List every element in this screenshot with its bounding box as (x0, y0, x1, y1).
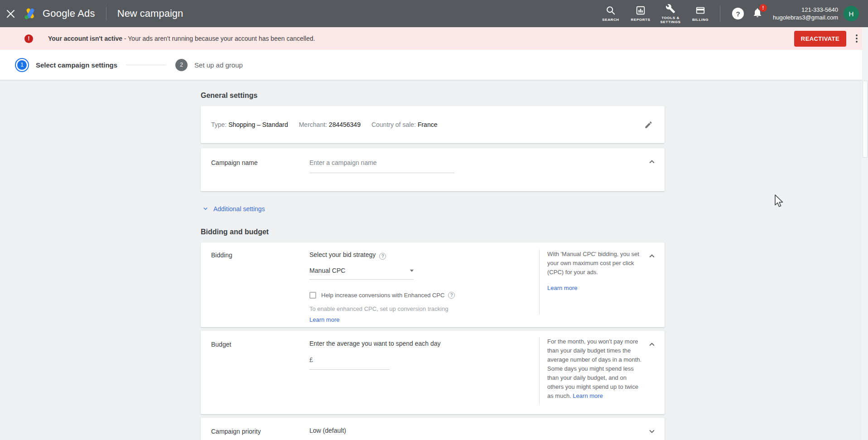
chevron-down-icon (202, 205, 209, 213)
divider (106, 7, 106, 20)
campaign-stepper: 1 Select campaign settings 2 Set up ad g… (0, 50, 868, 80)
alert-title: Your account isn't active (48, 35, 122, 42)
budget-learn-more-link[interactable]: Learn more (573, 392, 603, 399)
tools-settings-label: TOOLS & SETTINGS (656, 16, 685, 24)
reports-button[interactable]: REPORTS (627, 5, 655, 22)
bid-strategy-select[interactable]: Manual CPC (309, 267, 414, 280)
step-connector (126, 65, 166, 65)
wrench-icon (665, 4, 675, 14)
budget-help-panel: For the month, you won't pay more than y… (539, 337, 650, 404)
google-ads-logo (23, 7, 38, 20)
type-label: Type: (211, 121, 227, 128)
additional-settings-label: Additional settings (213, 205, 265, 213)
country-label: Country of sale: (371, 121, 416, 128)
billing-icon (695, 5, 705, 15)
country-value: France (418, 121, 438, 128)
notifications-button[interactable]: ! (752, 7, 763, 20)
collapse-chevron-up-icon[interactable] (646, 156, 657, 167)
merchant-pair: Merchant: 284456349 (299, 121, 361, 128)
google-ads-new-campaign-page: Google Ads New campaign SEARCH REPORTS T… (0, 0, 868, 440)
campaign-priority-label: Campaign priority (211, 427, 309, 440)
campaign-settings-content: General settings Type: Shopping – Standa… (0, 80, 868, 440)
notification-badge: ! (759, 4, 767, 12)
enhanced-cpc-row: Help increase conversions with Enhanced … (309, 292, 527, 299)
budget-label: Budget (211, 340, 309, 414)
reports-icon (636, 5, 646, 15)
reports-label: REPORTS (631, 18, 651, 22)
divider (720, 6, 720, 21)
budget-fields: Enter the average you want to spend each… (309, 340, 527, 414)
tools-settings-button[interactable]: TOOLS & SETTINGS (656, 4, 685, 24)
bid-strategy-label: Select your bid strategy (309, 251, 376, 258)
step-select-campaign-settings[interactable]: 1 Select campaign settings (15, 58, 117, 72)
error-icon: ! (24, 34, 33, 43)
help-icon[interactable]: ? (732, 8, 744, 19)
campaign-name-card: Campaign name (201, 148, 665, 191)
page-title: New campaign (117, 8, 183, 19)
scrollbar-thumb[interactable] (863, 81, 868, 158)
campaign-name-input[interactable] (309, 158, 454, 173)
alert-message: Your account isn't active - Your ads are… (48, 35, 315, 42)
budget-help-note: For the month, you won't pay more than y… (547, 338, 641, 399)
top-app-bar: Google Ads New campaign SEARCH REPORTS T… (0, 0, 868, 27)
bidding-card: Bidding Select your bid strategy? Manual… (201, 242, 665, 327)
bidding-help-text: With 'Manual CPC' bidding, you set your … (547, 250, 643, 277)
step2-label: Set up ad group (194, 61, 243, 69)
brand-name: Google Ads (43, 8, 95, 19)
budget-amount-input[interactable]: £ (309, 356, 390, 370)
enhanced-cpc-checkbox[interactable] (309, 292, 316, 299)
step-set-up-ad-group[interactable]: 2 Set up ad group (175, 59, 243, 71)
account-email: hugolebras3@gmail.com (773, 14, 838, 21)
campaign-type-card: Type: Shopping – Standard Merchant: 2844… (201, 106, 665, 143)
scrollbar (862, 27, 868, 440)
budget-prompt: Enter the average you want to spend each… (309, 340, 527, 347)
account-info[interactable]: 121-333-5640 hugolebras3@gmail.com (773, 6, 838, 21)
campaign-name-label: Campaign name (211, 158, 309, 191)
merchant-label: Merchant: (299, 121, 327, 128)
bid-strategy-value: Manual CPC (309, 267, 345, 274)
dropdown-arrow-icon (410, 270, 414, 272)
help-circle-icon[interactable]: ? (379, 253, 386, 260)
enhanced-cpc-label: Help increase conversions with Enhanced … (321, 292, 444, 299)
edit-pencil-icon[interactable] (643, 119, 654, 130)
budget-card: Budget Enter the average you want to spe… (201, 331, 665, 414)
type-value: Shopping – Standard (228, 121, 288, 128)
step1-label: Select campaign settings (36, 61, 117, 69)
alert-detail: - Your ads aren't running because your a… (122, 35, 315, 42)
bidding-learn-more-link[interactable]: Learn more (547, 285, 577, 291)
expand-chevron-down-icon[interactable] (646, 426, 657, 437)
collapse-chevron-up-icon[interactable] (646, 251, 657, 261)
learn-more-link[interactable]: Learn more (309, 316, 339, 323)
help-circle-icon[interactable]: ? (448, 292, 455, 299)
close-icon[interactable] (0, 0, 21, 27)
billing-label: BILLING (692, 18, 709, 22)
account-alert-banner: ! Your account isn't active - Your ads a… (0, 27, 868, 50)
bidding-budget-heading: Bidding and budget (201, 228, 868, 236)
campaign-priority-value: Low (default) (309, 427, 346, 440)
collapse-chevron-up-icon[interactable] (646, 339, 657, 350)
step2-circle: 2 (175, 59, 188, 71)
billing-button[interactable]: BILLING (686, 5, 714, 22)
step1-circle: 1 (17, 60, 27, 70)
additional-settings-toggle[interactable]: Additional settings (202, 205, 265, 213)
merchant-value: 284456349 (329, 121, 361, 128)
topbar-actions: SEARCH REPORTS TOOLS & SETTINGS BILLING … (596, 4, 868, 24)
bidding-help-panel: With 'Manual CPC' bidding, you set your … (539, 250, 650, 314)
enhanced-cpc-note: To enable enhanced CPC, set up conversio… (309, 305, 527, 312)
bidding-label: Bidding (211, 251, 309, 327)
search-icon (606, 5, 616, 15)
campaign-priority-card: Campaign priority Low (default) (201, 418, 665, 440)
country-pair: Country of sale: France (371, 121, 438, 128)
search-label: SEARCH (602, 18, 619, 22)
bidding-fields: Select your bid strategy? Manual CPC Hel… (309, 251, 527, 327)
type-pair: Type: Shopping – Standard (211, 121, 288, 128)
step1-ring: 1 (15, 58, 29, 72)
reactivate-button[interactable]: REACTIVATE (794, 31, 846, 47)
general-settings-heading: General settings (201, 92, 868, 100)
account-phone: 121-333-5640 (773, 6, 838, 14)
avatar[interactable]: H (844, 6, 859, 21)
budget-help-text: For the month, you won't pay more than y… (547, 337, 643, 401)
search-button[interactable]: SEARCH (597, 5, 625, 22)
